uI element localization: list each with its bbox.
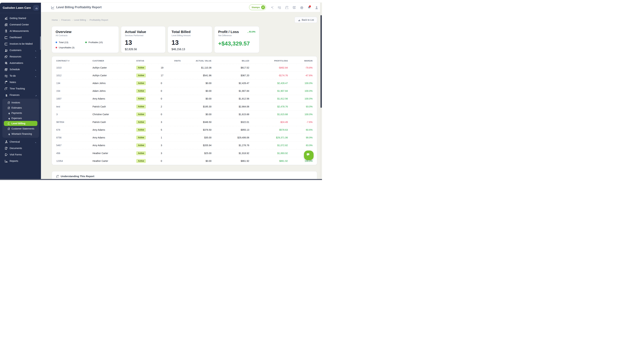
breadcrumb-link[interactable]: Profitability Report — [90, 19, 108, 21]
table-row-154[interactable]: 154 Adam Johns Active 0 $0.00 $1,907.84 … — [56, 87, 312, 95]
sidebar-item-icon — [4, 55, 8, 58]
sidebar-subitem-wisetack-financing[interactable]: Wisetack Financing — [4, 131, 38, 136]
legend-dot — [56, 41, 57, 43]
sidebar-item-reports[interactable]: Reports — [2, 158, 39, 164]
table-column-header[interactable]: MARGIN — [288, 60, 312, 62]
profit-loss-amount: +$43,329.57 — [218, 40, 256, 47]
sidebar-item-automations[interactable]: Automations — [2, 60, 39, 66]
breadcrumb-link[interactable]: Level Billing — [74, 19, 86, 21]
cell-status: Active — [136, 97, 161, 100]
page-scrollbar-thumb[interactable] — [320, 15, 322, 108]
topbar-button-sparkles[interactable] — [270, 6, 274, 9]
status-badge: Active — [136, 74, 146, 77]
sidebar-item-visit-forms[interactable]: Visit Forms — [2, 152, 39, 158]
table-column-header[interactable]: PROFIT/LOSS — [249, 60, 288, 62]
table-row-134[interactable]: 134 Adam Johns Active 0 $0.00 $2,428.47 … — [56, 79, 312, 87]
topbar-button-bell[interactable] — [307, 6, 310, 9]
sidebar-item-notes[interactable]: Notes — [2, 79, 39, 85]
table-column-header[interactable]: CUSTOMER — [92, 60, 136, 62]
table-row-456[interactable]: 456 Heather Carter Active 3 $25.00 $1,91… — [56, 149, 312, 157]
breadcrumb-link[interactable]: Home — [52, 19, 58, 21]
topbar-button-user[interactable] — [314, 6, 318, 9]
cell-actual-value: $346.50 — [181, 121, 212, 123]
table-row-5467[interactable]: 5467 Amy Adams Active 3 $205.94 $1,278.7… — [56, 142, 312, 149]
cell-visits: 2 — [161, 105, 181, 108]
cell-profit-loss: -$24.49 — [249, 121, 288, 123]
back-to-list-label: Back to List — [302, 18, 314, 21]
sidebar-item-ai-measurements[interactable]: AI Measurements — [2, 28, 39, 34]
table-row-3[interactable]: 3 Christine Carter Active 0 $0.00 $1,615… — [56, 110, 312, 118]
table-row-8756[interactable]: 8756 Amy Adams Active 1 $35.00 $29,406.0… — [56, 134, 312, 142]
understanding-report-section[interactable]: Understanding This Report — [52, 171, 317, 180]
table-row-678[interactable]: 678 Amy Adams Active 5 $376.50 $955.13 $… — [56, 126, 312, 134]
sidebar-item-finances[interactable]: Finances — [2, 92, 39, 98]
sidebar-item-resources[interactable]: Resources — [2, 53, 39, 60]
sidebar-item-schedule[interactable]: Schedule — [2, 66, 39, 72]
sidebar-item-getting-started[interactable]: Getting Started — [2, 15, 39, 21]
cell-status: Active — [136, 159, 161, 163]
stamps-count-badge: 17 — [261, 5, 265, 9]
summary-cards: Overview All Contracts Total (13) Profit… — [52, 26, 317, 53]
table-column-header[interactable]: VISITS — [161, 60, 181, 62]
sidebar-item-todo[interactable]: To-do — [2, 73, 39, 79]
table-row-12354[interactable]: 12354 Heather Carter Active 0 $0.00 $861… — [56, 157, 312, 165]
table-column-header[interactable]: BILLED — [212, 60, 249, 62]
sidebar-item-invoices-to-be-mailed[interactable]: Invoices to be Mailed — [2, 41, 39, 47]
sidebar-subitem-expenses[interactable]: Expenses — [4, 116, 38, 121]
sidebar-item-icon — [4, 49, 8, 52]
sidebar-item-icon — [4, 23, 8, 26]
cell-actual-value: $0.00 — [181, 97, 212, 100]
sidebar-item-label: Resources — [10, 55, 21, 58]
sidebar-subitem-label: Customer Statements — [12, 127, 34, 130]
page-scrollbar[interactable] — [320, 3, 322, 180]
sidebar-subitem-icon — [7, 107, 10, 109]
info-icon — [56, 175, 59, 178]
topbar-button-chat[interactable] — [292, 6, 296, 9]
topbar-button-gear[interactable] — [300, 6, 303, 9]
table-column-header[interactable]: STATUS — [136, 60, 161, 62]
table-row-test[interactable]: test Patrick Cash Active 2 $185.30 $2,66… — [56, 103, 312, 110]
sidebar-scrollbar-thumb[interactable] — [40, 36, 41, 50]
table-column-header[interactable]: CONTRACT # — [56, 60, 92, 62]
sidebar-item-documents[interactable]: Documents — [2, 145, 39, 151]
sidebar-item-chemical[interactable]: Chemical — [2, 139, 39, 145]
table-row-1007[interactable]: 1007 Amy Adams Active 0 $0.00 $1,812.56 … — [56, 95, 312, 103]
actual-value-card: Actual Value Services Performed 13 $2,82… — [121, 26, 166, 53]
sidebar-subitem-estimates[interactable]: Estimates — [4, 105, 38, 110]
chevron-icon — [34, 55, 36, 58]
back-to-list-button[interactable]: Back to List — [294, 17, 317, 23]
stamps-button[interactable]: Stamps 17 — [249, 4, 266, 10]
table-row-1010[interactable]: 1010 Ashlyn Carter Active 19 $1,110.36 $… — [56, 64, 312, 71]
company-name: Gadsden Lawn Care — [3, 6, 31, 9]
topbar-button-clock[interactable] — [285, 6, 288, 9]
cell-contract-number: 154 — [56, 90, 92, 92]
table-row-987654[interactable]: 987654 Patrick Cash Active 3 $346.50 $32… — [56, 118, 312, 126]
table-row-1012[interactable]: 1012 Ashlyn Carter Active 17 $541.96 $36… — [56, 71, 312, 79]
sidebar-item-dashboard[interactable]: Dashboard — [2, 34, 39, 40]
sidebar-subitem-customer-statements[interactable]: Customer Statements — [4, 126, 38, 131]
cell-billed: $2,428.47 — [212, 82, 249, 84]
cell-contract-number: 1010 — [56, 66, 92, 69]
total-billed-count: 13 — [172, 39, 208, 46]
topbar-icon-buttons — [270, 6, 318, 9]
chat-fab-button[interactable] — [304, 151, 314, 160]
breadcrumb-link[interactable]: Finances — [61, 19, 70, 21]
table-column-header[interactable]: ACTUAL VALUE — [181, 60, 212, 62]
page-title: Level Billing Profitability Report — [56, 5, 102, 9]
sidebar-subitem-level-billing[interactable]: Level Billing — [4, 121, 38, 126]
cell-visits: 0 — [161, 82, 181, 84]
sidebar-item-label: Chemical — [10, 140, 20, 143]
sidebar-subitem-invoices[interactable]: Invoices — [4, 100, 38, 105]
sidebar-subitem-payments[interactable]: Payments — [4, 110, 38, 115]
sidebar-item-icon — [4, 68, 8, 71]
sidebar-collapse-button[interactable] — [33, 5, 39, 11]
sidebar-item-customers[interactable]: Customers — [2, 47, 39, 53]
topbar-button-checklist[interactable] — [278, 6, 281, 9]
sidebar-item-icon — [4, 17, 8, 20]
sidebar-item-command-center[interactable]: Command Center — [2, 21, 39, 28]
cell-visits: 3 — [161, 121, 181, 123]
sidebar-item-time-tracking[interactable]: Time Tracking — [2, 85, 39, 92]
sidebar-item-icon — [4, 42, 8, 45]
cell-actual-value: $376.50 — [181, 128, 212, 131]
sidebar-item-icon — [4, 147, 8, 150]
